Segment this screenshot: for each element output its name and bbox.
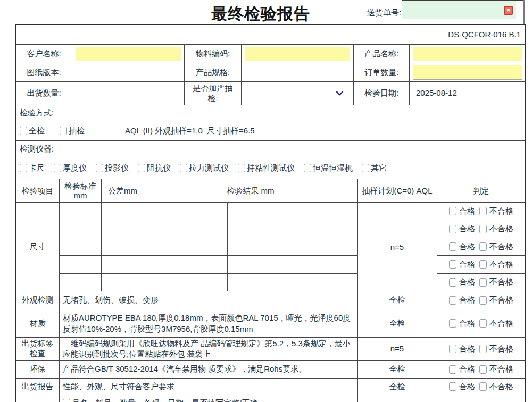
standard-cell[interactable] [60,256,102,273]
option-full-inspection[interactable]: 全检 [20,126,45,136]
checkbox-full-inspection[interactable] [20,127,27,135]
checkbox-pass[interactable] [449,207,456,215]
result-cell[interactable] [312,203,357,220]
checkbox-fail[interactable] [479,296,487,305]
checkbox-tension-tester[interactable] [180,164,187,172]
checkbox-pass[interactable] [449,242,456,251]
tolerance-cell[interactable] [102,220,144,237]
checkbox-fail[interactable] [479,242,487,251]
checkbox-other-instrument[interactable] [362,164,369,172]
result-cell[interactable] [186,256,228,273]
option-sampling-inspection[interactable]: 抽检 [60,126,85,136]
result-cell[interactable] [270,274,312,291]
result-cell[interactable] [186,274,228,291]
result-cell[interactable] [228,220,270,237]
checkbox-thickness-gauge[interactable] [54,164,61,172]
checkbox-pass[interactable] [449,319,456,328]
result-cell[interactable] [144,256,186,273]
checkbox-climate-chamber[interactable] [304,164,311,172]
option-climate-chamber[interactable]: 恒温恒湿机 [304,163,353,173]
result-cell[interactable] [186,220,228,237]
checkbox-pass[interactable] [449,260,456,269]
checkbox-pass[interactable] [449,382,456,391]
tolerance-cell[interactable] [102,274,144,291]
option-other-instrument[interactable]: 其它 [362,163,387,173]
checkbox-fail[interactable] [479,345,487,353]
dimension-row [60,256,357,273]
standard-cell[interactable] [60,220,102,237]
result-cell[interactable] [144,220,186,237]
checkbox-fail[interactable] [479,260,487,269]
checkbox-fail[interactable] [479,225,487,233]
checkbox-pass[interactable] [449,365,456,374]
checkbox-fail[interactable] [479,382,487,391]
order-qty-input[interactable] [413,65,522,79]
result-cell[interactable] [312,256,357,273]
checkbox-label-complete[interactable] [63,399,70,402]
ship-qty-field[interactable] [72,82,185,105]
result-cell[interactable] [228,238,270,255]
checkbox-adhesion-tester[interactable] [238,164,245,172]
judge-row: 合格不合格 [437,203,525,220]
result-cell[interactable] [270,238,312,255]
chevron-down-icon[interactable] [336,88,344,98]
result-cell[interactable] [312,238,357,255]
result-cell[interactable] [228,203,270,220]
order-qty-label: 订单数量: [354,63,410,81]
result-cell[interactable] [144,274,186,291]
option-adhesion-tester[interactable]: 持粘性测试仪 [238,163,295,173]
material-code-input[interactable] [245,47,350,61]
dimension-judge-column: 合格不合格 合格不合格 合格不合格 合格不合格 合格不合格 [437,203,525,291]
checkbox-sampling-inspection[interactable] [60,127,67,135]
result-cell[interactable] [144,238,186,255]
option-thickness-gauge[interactable]: 厚度仪 [54,163,87,173]
result-cell[interactable] [270,220,312,237]
checkbox-fail[interactable] [479,278,487,287]
result-cell[interactable] [312,274,357,291]
checkbox-projector[interactable] [96,164,103,172]
material-row: 材质 材质AUROTYPE EBA 180,厚度0.18mm，表面颜色RAL 7… [16,309,525,338]
result-cell[interactable] [144,203,186,220]
result-cell[interactable] [228,256,270,273]
option-impedance-tester[interactable]: 阻抗仪 [138,163,171,173]
item-shipment-report: 出货报告 [16,379,60,395]
drawing-version-field[interactable] [72,63,185,81]
material-desc: 材质AUROTYPE EBA 180,厚度0.18mm，表面颜色RAL 7015… [60,309,358,337]
option-projector[interactable]: 投影仪 [96,163,129,173]
tolerance-cell[interactable] [102,256,144,273]
result-cell[interactable] [186,238,228,255]
checkbox-caliper[interactable] [20,164,27,172]
result-cell[interactable] [270,256,312,273]
clear-x-icon[interactable]: ✖ [504,6,513,15]
result-cell[interactable] [228,274,270,291]
checkbox-fail[interactable] [479,365,487,374]
checkbox-pass[interactable] [449,345,456,353]
checkbox-pass[interactable] [449,278,456,287]
drawing-version-label: 图纸版本: [16,63,72,81]
standard-cell[interactable] [60,238,102,255]
delivery-number-input[interactable] [402,1,516,19]
tolerance-cell[interactable] [102,238,144,255]
checkbox-pass[interactable] [449,296,456,305]
product-name-input[interactable] [413,47,522,61]
standard-cell[interactable] [60,203,102,220]
pass-label: 合格 [459,295,475,305]
tolerance-cell[interactable] [102,203,144,220]
pass-label: 合格 [459,224,475,234]
checkbox-fail[interactable] [479,319,487,328]
standard-cell[interactable] [60,274,102,291]
checkbox-fail[interactable] [479,207,487,215]
option-caliper[interactable]: 卡尺 [20,163,45,173]
customer-name-input[interactable] [76,47,181,61]
strict-sampling-dropdown[interactable] [242,82,354,105]
checkbox-impedance-tester[interactable] [138,164,145,172]
result-cell[interactable] [270,203,312,220]
checkbox-pass[interactable] [449,225,456,233]
inspection-date-value[interactable]: 2025-08-12 [410,82,525,105]
option-tension-tester[interactable]: 拉力测试仪 [180,163,229,173]
result-cell[interactable] [186,203,228,220]
tension-tester-label: 拉力测试仪 [189,163,229,173]
product-spec-field[interactable] [242,63,354,81]
result-cell[interactable] [312,220,357,237]
dimension-label: 尺寸 [16,203,60,291]
